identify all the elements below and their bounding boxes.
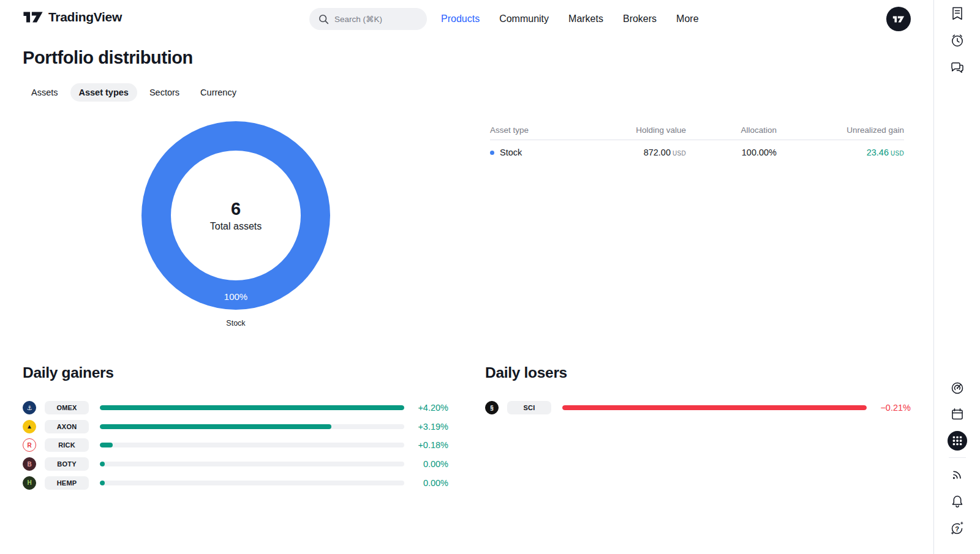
- gainer-change-value: 0.00%: [412, 478, 448, 488]
- nav-link-brokers[interactable]: Brokers: [623, 13, 657, 24]
- watchlist-icon[interactable]: [949, 5, 966, 22]
- gainer-change-value: 0.00%: [412, 459, 448, 469]
- rick-logo-icon: R: [23, 438, 36, 452]
- gainer-row-boty[interactable]: B BOTY 0.00%: [23, 455, 448, 474]
- daily-gainers-title: Daily gainers: [23, 364, 114, 381]
- allocation-value: 100.00%: [686, 148, 777, 157]
- right-toolbar: ?: [933, 0, 980, 554]
- gainer-row-omex[interactable]: ⚓ OMEX +4.20%: [23, 399, 448, 417]
- donut-chart[interactable]: 6 Total assets 100%: [141, 121, 330, 310]
- gainer-row-axon[interactable]: ▲ AXON +3.19%: [23, 417, 448, 436]
- page: TradingView Search (⌘K) Products Communi…: [0, 0, 980, 554]
- col-asset-type: Asset type: [490, 125, 564, 135]
- chat-icon[interactable]: [949, 59, 966, 77]
- table-header-row: Asset type Holding value Allocation Unre…: [490, 121, 904, 140]
- gainer-change-value: +3.19%: [412, 422, 448, 432]
- user-avatar[interactable]: [886, 7, 911, 31]
- loser-change-value: −0.21%: [874, 403, 911, 413]
- ticker-hemp[interactable]: HEMP: [45, 476, 89, 490]
- tab-sectors[interactable]: Sectors: [141, 83, 188, 102]
- tab-asset-types[interactable]: Asset types: [70, 83, 137, 102]
- page-title: Portfolio distribution: [23, 48, 193, 68]
- gainer-bar-fill: [100, 481, 105, 485]
- col-allocation: Allocation: [686, 125, 777, 135]
- calendar-icon[interactable]: [949, 406, 966, 423]
- table-row[interactable]: Stock 872.00USD 100.00% 23.46USD: [490, 140, 904, 165]
- gainer-change-value: +4.20%: [412, 403, 448, 413]
- gainer-bar-track: [100, 424, 404, 429]
- brand-name: TradingView: [48, 10, 122, 24]
- screener-radar-icon[interactable]: [949, 379, 966, 396]
- slice-name-label: Stock: [141, 319, 330, 328]
- news-feed-icon[interactable]: [949, 466, 966, 483]
- svg-text:?: ?: [955, 525, 959, 533]
- gainer-bar-fill: [100, 424, 331, 429]
- col-unrealized-gain: Unrealized gain: [777, 125, 904, 135]
- unrealized-gain-value: 23.46USD: [777, 148, 904, 157]
- primary-nav: Products Community Markets Brokers More: [441, 0, 699, 38]
- top-navbar: TradingView Search (⌘K) Products Communi…: [0, 0, 933, 38]
- sidebar-divider: [949, 457, 966, 458]
- col-holding-value: Holding value: [564, 125, 686, 135]
- asset-type-value: Stock: [500, 148, 522, 157]
- omex-logo-icon: ⚓: [23, 401, 36, 414]
- search-placeholder: Search (⌘K): [334, 14, 382, 24]
- loser-bar-track: [562, 405, 867, 410]
- holdings-table: Asset type Holding value Allocation Unre…: [490, 121, 904, 165]
- total-assets-label: Total assets: [210, 221, 262, 232]
- hemp-logo-icon: H: [23, 476, 36, 490]
- help-icon[interactable]: ?: [949, 519, 966, 536]
- distribution-tabs: Assets Asset types Sectors Currency: [23, 82, 245, 103]
- ticker-axon[interactable]: AXON: [45, 420, 89, 433]
- apps-grid-icon[interactable]: [948, 431, 967, 451]
- total-assets-count: 6: [231, 199, 241, 219]
- loser-bar-fill: [562, 405, 867, 410]
- tradingview-logo[interactable]: TradingView: [23, 10, 122, 24]
- nav-link-community[interactable]: Community: [499, 13, 549, 24]
- nav-link-markets[interactable]: Markets: [568, 13, 603, 24]
- ticker-omex[interactable]: OMEX: [45, 401, 89, 414]
- boty-logo-icon: B: [23, 457, 36, 471]
- gainer-bar-fill: [100, 405, 404, 410]
- ticker-rick[interactable]: RICK: [45, 438, 89, 452]
- gainer-change-value: +0.18%: [412, 440, 448, 450]
- ticker-boty[interactable]: BOTY: [45, 457, 89, 471]
- notifications-bell-icon[interactable]: [949, 493, 966, 510]
- daily-losers-list: § SCI −0.21%: [485, 399, 911, 417]
- loser-row-sci[interactable]: § SCI −0.21%: [485, 399, 911, 417]
- tab-assets[interactable]: Assets: [23, 83, 67, 102]
- search-input[interactable]: Search (⌘K): [309, 8, 427, 30]
- slice-percent-label: 100%: [141, 291, 330, 302]
- daily-gainers-list: ⚓ OMEX +4.20% ▲ AXON +3.19% R RICK +0.18…: [23, 399, 448, 492]
- ticker-sci[interactable]: SCI: [507, 401, 551, 414]
- gainer-bar-track: [100, 443, 404, 447]
- gainer-bar-track: [100, 405, 404, 410]
- gainer-row-rick[interactable]: R RICK +0.18%: [23, 436, 448, 455]
- search-icon: [318, 13, 330, 25]
- tradingview-logo-icon: [23, 10, 43, 24]
- series-color-dot: [490, 151, 494, 155]
- sci-logo-icon: §: [485, 401, 499, 414]
- daily-losers-title: Daily losers: [485, 364, 567, 381]
- nav-link-products[interactable]: Products: [441, 13, 480, 24]
- axon-logo-icon: ▲: [23, 420, 36, 433]
- alerts-clock-icon[interactable]: [949, 32, 966, 49]
- gainer-row-hemp[interactable]: H HEMP 0.00%: [23, 473, 448, 492]
- nav-link-more[interactable]: More: [676, 13, 698, 24]
- gainer-bar-fill: [100, 462, 105, 466]
- donut-center: 6 Total assets: [171, 151, 301, 280]
- gainer-bar-fill: [100, 443, 113, 447]
- holding-value: 872.00USD: [564, 148, 686, 157]
- tab-currency[interactable]: Currency: [192, 83, 245, 102]
- gainer-bar-track: [100, 462, 404, 466]
- gainer-bar-track: [100, 481, 404, 485]
